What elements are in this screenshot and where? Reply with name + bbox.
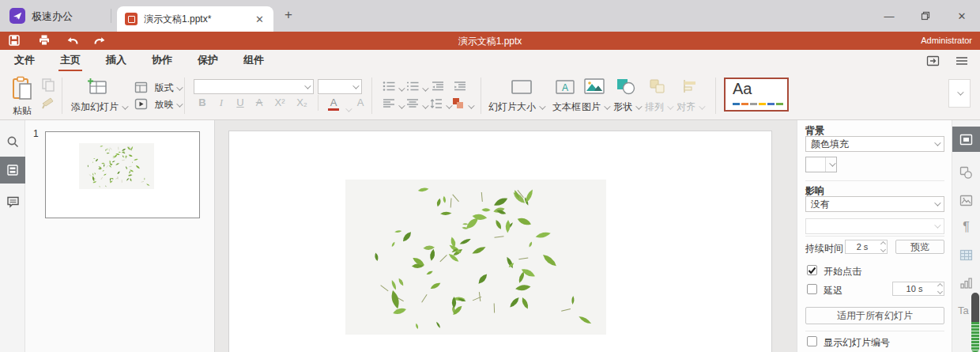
divider xyxy=(805,180,944,181)
menu-item-components[interactable]: 组件 xyxy=(239,49,269,72)
theme-gallery-item[interactable]: Aa xyxy=(724,78,789,112)
add-slide-button[interactable]: 添加幻灯片 xyxy=(71,99,126,114)
delay-checkbox[interactable] xyxy=(807,284,817,294)
checkmark-icon xyxy=(808,267,816,274)
scrollbar-thumb[interactable] xyxy=(971,293,979,322)
picture-button[interactable]: 图片 xyxy=(582,99,609,114)
table-settings-button[interactable] xyxy=(952,244,980,266)
bold-button[interactable]: B xyxy=(194,97,210,108)
presentation-file-icon xyxy=(125,13,138,25)
picture-icon[interactable] xyxy=(583,78,605,98)
apply-all-button[interactable]: 适用于所有幻灯片 xyxy=(805,307,944,324)
preview-button[interactable]: 预览 xyxy=(895,240,944,254)
add-slide-icon[interactable] xyxy=(87,78,107,98)
layout-button[interactable]: 版式 xyxy=(134,80,181,95)
superscript-button[interactable]: X² xyxy=(270,97,289,108)
slideshow-button[interactable]: 放映 xyxy=(134,97,181,112)
paragraph-settings-button[interactable]: ¶ xyxy=(952,216,980,238)
color-swatch xyxy=(806,157,826,172)
effect-select[interactable]: 没有 xyxy=(805,196,944,212)
stepper-arrows-icon[interactable] xyxy=(879,240,887,253)
format-painter-button[interactable] xyxy=(41,97,55,112)
minimize-button[interactable]: — xyxy=(871,0,907,32)
delay-stepper[interactable]: 10 s xyxy=(892,282,944,296)
paste-button[interactable]: 粘贴 xyxy=(6,76,38,115)
subscript-button[interactable]: X₂ xyxy=(292,97,311,108)
font-color-bar xyxy=(328,108,339,111)
slide-thumbnail[interactable] xyxy=(45,131,200,218)
menu-item-home[interactable]: 主页 xyxy=(55,49,85,72)
align-objects-icon[interactable] xyxy=(680,78,700,98)
strikethrough-button[interactable]: A xyxy=(251,97,267,108)
document-tab[interactable]: 演示文稿1.pptx* ✕ xyxy=(117,6,273,32)
textbox-button[interactable]: 文本框 xyxy=(552,99,581,114)
align-center-button[interactable] xyxy=(406,98,427,112)
tab-close-icon[interactable]: ✕ xyxy=(254,13,266,25)
tab-title: 演示文稿1.pptx* xyxy=(144,13,254,26)
font-color-dropdown[interactable] xyxy=(342,101,350,115)
increase-indent-button[interactable] xyxy=(454,81,466,95)
app-logo-icon xyxy=(9,8,25,24)
slides-view-button[interactable] xyxy=(0,157,25,184)
theme-colors-button[interactable] xyxy=(452,97,473,112)
align-left-button[interactable] xyxy=(383,98,403,112)
bullet-list-button[interactable] xyxy=(383,81,403,95)
divider xyxy=(805,331,944,331)
user-name[interactable]: Administrator xyxy=(921,36,972,45)
duration-stepper[interactable]: 2 s xyxy=(845,240,888,254)
image-settings-button[interactable] xyxy=(952,189,980,211)
menu-item-collaborate[interactable]: 协作 xyxy=(147,49,177,72)
application-window: 极速办公 演示文稿1.pptx* ✕ + — ✕ 演示文稿1.pptx xyxy=(0,0,980,352)
slide-size-button[interactable]: 幻灯片大小 xyxy=(488,99,544,114)
copy-button[interactable] xyxy=(41,78,55,95)
restore-button[interactable] xyxy=(907,0,944,32)
stepper-arrows-icon[interactable] xyxy=(936,282,944,295)
table-settings-icon xyxy=(959,249,973,261)
arrange-icon[interactable] xyxy=(648,78,669,98)
chart-settings-button[interactable] xyxy=(952,271,980,293)
comments-button[interactable] xyxy=(0,190,25,214)
slide-size-icon[interactable] xyxy=(511,79,533,98)
menu-item-protect[interactable]: 保护 xyxy=(193,49,223,72)
open-location-icon[interactable] xyxy=(926,55,940,67)
text-art-icon: Ta xyxy=(958,305,969,316)
ribbon-toolbar: 粘贴 添加幻灯片 版式 放映 B I U A X² xyxy=(0,71,980,120)
divider xyxy=(805,236,944,237)
leaves-image[interactable] xyxy=(345,180,606,335)
new-tab-button[interactable]: + xyxy=(285,7,292,23)
numbered-list-button[interactable] xyxy=(406,81,427,95)
show-slide-number-checkbox[interactable] xyxy=(807,336,817,346)
shape-settings-button[interactable] xyxy=(952,161,980,184)
menu-bar: 文件 主页 插入 协作 保护 组件 xyxy=(0,50,980,71)
slide-settings-button[interactable] xyxy=(952,127,980,152)
menu-item-file[interactable]: 文件 xyxy=(9,49,40,72)
menu-item-insert[interactable]: 插入 xyxy=(101,49,131,72)
line-spacing-button[interactable] xyxy=(430,98,450,112)
shapes-button[interactable]: 形状 xyxy=(613,99,640,114)
current-slide[interactable] xyxy=(228,131,772,352)
start-on-click-checkbox[interactable] xyxy=(807,265,817,275)
highlight-color-button[interactable]: A xyxy=(352,97,368,108)
ribbon-collapse-button[interactable] xyxy=(948,79,971,108)
arrange-button[interactable]: 排列 xyxy=(645,99,672,114)
background-color-picker[interactable] xyxy=(805,157,837,172)
decrease-indent-button[interactable] xyxy=(432,81,444,95)
font-size-select[interactable] xyxy=(318,79,362,94)
leaves-thumbnail-image xyxy=(79,143,154,189)
align-objects-button[interactable]: 对齐 xyxy=(677,99,703,114)
italic-button[interactable]: I xyxy=(213,97,229,109)
hamburger-menu-icon[interactable] xyxy=(955,55,969,67)
shapes-icon[interactable] xyxy=(616,78,636,98)
textbox-icon[interactable]: A xyxy=(555,79,575,98)
background-fill-select[interactable]: 颜色填充 xyxy=(805,136,944,152)
panel-scrollbar[interactable] xyxy=(971,293,979,352)
font-color-button[interactable]: A xyxy=(326,97,341,111)
font-name-select[interactable] xyxy=(194,79,314,94)
chevron-down-icon xyxy=(177,84,183,90)
underline-button[interactable]: U xyxy=(232,97,248,108)
color-dropdown[interactable] xyxy=(826,157,836,172)
search-button[interactable] xyxy=(0,130,25,153)
close-button[interactable]: ✕ xyxy=(944,0,980,32)
effect-option-select[interactable] xyxy=(805,218,944,234)
slide-settings-icon xyxy=(959,134,973,146)
